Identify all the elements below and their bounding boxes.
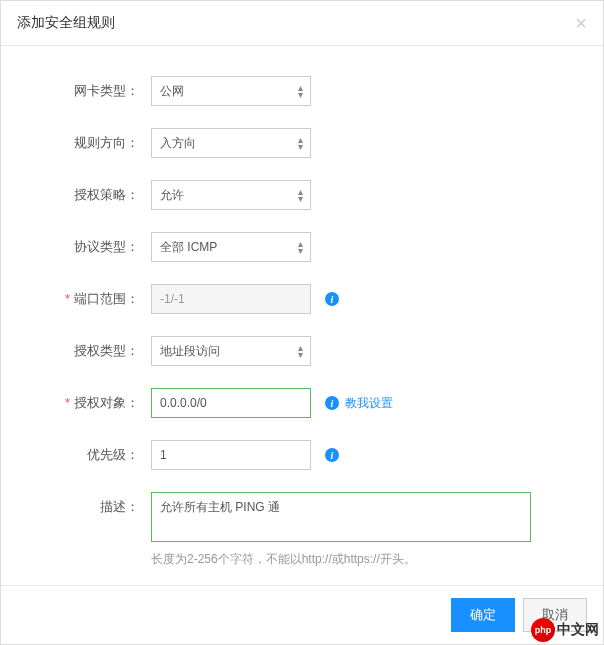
cancel-button[interactable]: 取消 <box>523 598 587 632</box>
modal-header: 添加安全组规则 × <box>1 1 603 46</box>
info-icon[interactable]: i <box>325 396 339 410</box>
label-port-range: 端口范围： <box>21 290 151 308</box>
label-auth-type: 授权类型： <box>21 342 151 360</box>
rule-direction-value[interactable] <box>151 128 311 158</box>
description-textarea[interactable] <box>151 492 531 542</box>
description-hint: 长度为2-256个字符，不能以http://或https://开头。 <box>151 551 531 568</box>
modal-footer: 确定 取消 <box>1 585 603 644</box>
label-priority: 优先级： <box>21 446 151 464</box>
help-link-auth-object[interactable]: 教我设置 <box>345 395 393 412</box>
row-description: 描述： 长度为2-256个字符，不能以http://或https://开头。 <box>21 492 583 568</box>
label-auth-object: 授权对象： <box>21 394 151 412</box>
modal-title: 添加安全组规则 <box>17 14 115 32</box>
auth-object-input[interactable] <box>151 388 311 418</box>
row-rule-direction: 规则方向： ▴▾ <box>21 128 583 158</box>
protocol-type-value[interactable] <box>151 232 311 262</box>
select-nic-type[interactable]: ▴▾ <box>151 76 311 106</box>
row-auth-policy: 授权策略： ▴▾ <box>21 180 583 210</box>
label-rule-direction: 规则方向： <box>21 134 151 152</box>
info-icon[interactable]: i <box>325 448 339 462</box>
nic-type-value[interactable] <box>151 76 311 106</box>
port-range-input <box>151 284 311 314</box>
select-auth-policy[interactable]: ▴▾ <box>151 180 311 210</box>
select-rule-direction[interactable]: ▴▾ <box>151 128 311 158</box>
row-auth-object: 授权对象： i 教我设置 <box>21 388 583 418</box>
auth-policy-value[interactable] <box>151 180 311 210</box>
auth-type-value[interactable] <box>151 336 311 366</box>
select-protocol-type[interactable]: ▴▾ <box>151 232 311 262</box>
label-description: 描述： <box>21 492 151 516</box>
row-port-range: 端口范围： i <box>21 284 583 314</box>
modal-body: 网卡类型： ▴▾ 规则方向： ▴▾ 授权策略： ▴▾ 协议类型： <box>1 46 603 610</box>
priority-input[interactable] <box>151 440 311 470</box>
info-icon[interactable]: i <box>325 292 339 306</box>
label-auth-policy: 授权策略： <box>21 186 151 204</box>
row-priority: 优先级： i <box>21 440 583 470</box>
label-protocol-type: 协议类型： <box>21 238 151 256</box>
label-nic-type: 网卡类型： <box>21 82 151 100</box>
close-icon[interactable]: × <box>575 13 587 33</box>
description-wrap: 长度为2-256个字符，不能以http://或https://开头。 <box>151 492 531 568</box>
add-security-rule-modal: 添加安全组规则 × 网卡类型： ▴▾ 规则方向： ▴▾ 授权策略： ▴▾ <box>0 0 604 645</box>
row-protocol-type: 协议类型： ▴▾ <box>21 232 583 262</box>
row-auth-type: 授权类型： ▴▾ <box>21 336 583 366</box>
confirm-button[interactable]: 确定 <box>451 598 515 632</box>
row-nic-type: 网卡类型： ▴▾ <box>21 76 583 106</box>
select-auth-type[interactable]: ▴▾ <box>151 336 311 366</box>
